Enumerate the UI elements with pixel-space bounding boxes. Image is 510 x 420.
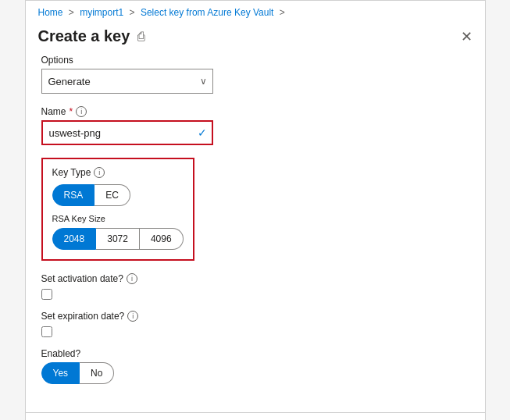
modal-header: Create a key ⎙ ✕ xyxy=(26,23,485,55)
rsa-key-size-toggle: 2048 3072 4096 xyxy=(52,228,184,250)
key-type-label: Key Type i xyxy=(52,167,184,178)
name-label: Name * i xyxy=(41,106,469,117)
expiration-group: Set expiration date? i xyxy=(41,311,469,337)
key-type-rsa-button[interactable]: RSA xyxy=(52,184,95,206)
page-title: Create a key xyxy=(38,27,130,45)
options-label: Options xyxy=(41,55,469,66)
options-group: Options Generate ∨ xyxy=(41,55,469,94)
enabled-no-button[interactable]: No xyxy=(80,362,114,384)
enabled-toggle: Yes No xyxy=(41,362,469,384)
enabled-label: Enabled? xyxy=(41,348,469,359)
name-input-wrapper: ✓ xyxy=(41,120,213,145)
expiration-checkbox[interactable] xyxy=(41,326,52,337)
key-type-section: Key Type i RSA EC RSA Key Size 2048 3072… xyxy=(41,158,469,261)
rsa-key-size-label: RSA Key Size xyxy=(52,214,184,223)
expiration-info-icon[interactable]: i xyxy=(127,311,138,322)
print-icon[interactable]: ⎙ xyxy=(137,30,145,44)
name-group: Name * i ✓ xyxy=(41,106,469,145)
name-input[interactable] xyxy=(41,120,213,145)
enabled-yes-button[interactable]: Yes xyxy=(41,362,80,384)
key-type-ec-button[interactable]: EC xyxy=(95,184,130,206)
options-select[interactable]: Generate xyxy=(41,69,213,94)
key-type-box: Key Type i RSA EC RSA Key Size 2048 3072… xyxy=(41,158,194,261)
breadcrumb-select-key[interactable]: Select key from Azure Key Vault xyxy=(141,7,274,18)
required-marker: * xyxy=(70,106,73,117)
check-icon: ✓ xyxy=(198,126,207,139)
activation-group: Set activation date? i xyxy=(41,273,469,300)
modal-footer: Create xyxy=(26,412,485,420)
activation-checkbox[interactable] xyxy=(41,289,52,300)
breadcrumb: Home > myimport1 > Select key from Azure… xyxy=(26,1,485,23)
key-size-4096-button[interactable]: 4096 xyxy=(140,228,184,250)
key-size-2048-button[interactable]: 2048 xyxy=(52,228,97,250)
name-info-icon[interactable]: i xyxy=(76,106,87,117)
activation-info-icon[interactable]: i xyxy=(127,273,137,284)
options-select-wrapper: Generate ∨ xyxy=(41,69,213,94)
key-type-info-icon[interactable]: i xyxy=(94,167,105,178)
breadcrumb-myimport[interactable]: myimport1 xyxy=(80,7,123,18)
activation-label: Set activation date? i xyxy=(41,273,469,284)
key-size-3072-button[interactable]: 3072 xyxy=(96,228,140,250)
breadcrumb-home[interactable]: Home xyxy=(38,7,63,18)
enabled-group: Enabled? Yes No xyxy=(41,348,469,384)
expiration-label: Set expiration date? i xyxy=(41,311,469,322)
key-type-toggle: RSA EC xyxy=(52,184,184,206)
create-key-modal: Home > myimport1 > Select key from Azure… xyxy=(25,0,486,420)
close-icon[interactable]: ✕ xyxy=(461,30,473,44)
form-body: Options Generate ∨ Name * i ✓ xyxy=(26,55,485,412)
